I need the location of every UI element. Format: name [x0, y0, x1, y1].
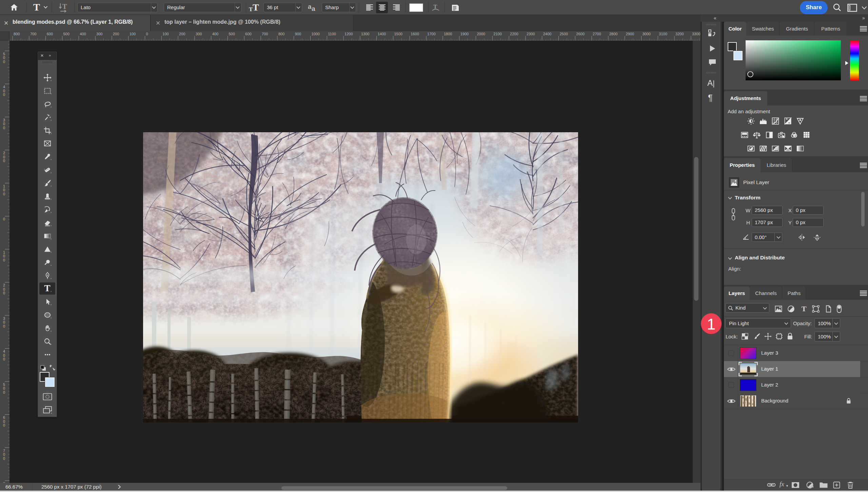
svg-text:0: 0	[3, 423, 5, 427]
svg-text:0: 0	[3, 324, 5, 328]
svg-text:500: 500	[63, 32, 70, 36]
svg-text:3100: 3100	[659, 32, 667, 36]
svg-text:0: 0	[3, 159, 5, 163]
svg-text:500: 500	[229, 32, 235, 36]
svg-text:2600: 2600	[576, 32, 584, 36]
svg-text:0: 0	[146, 32, 148, 36]
svg-text:300: 300	[196, 32, 202, 36]
svg-text:0: 0	[3, 60, 5, 64]
svg-text:0: 0	[3, 217, 5, 221]
svg-text:1200: 1200	[344, 32, 353, 36]
svg-text:0: 0	[3, 419, 5, 424]
svg-text:1500: 1500	[394, 32, 402, 36]
svg-text:2000: 2000	[477, 32, 485, 36]
svg-text:0: 0	[3, 291, 5, 295]
svg-text:4: 4	[3, 85, 5, 89]
svg-text:1300: 1300	[361, 32, 369, 36]
svg-text:0: 0	[3, 357, 5, 361]
svg-text:2700: 2700	[593, 32, 601, 36]
svg-text:3000: 3000	[643, 32, 651, 36]
svg-text:T: T	[62, 3, 67, 10]
svg-text:0: 0	[3, 56, 5, 60]
svg-text:600: 600	[47, 32, 53, 36]
svg-text:0: 0	[3, 353, 5, 357]
svg-text:2200: 2200	[510, 32, 518, 36]
svg-text:3300: 3300	[692, 32, 700, 36]
svg-text:0: 0	[3, 287, 5, 291]
svg-text:7: 7	[3, 449, 5, 453]
svg-text:0: 0	[3, 89, 5, 93]
svg-text:0: 0	[3, 254, 5, 258]
svg-text:400: 400	[212, 32, 218, 36]
svg-text:700: 700	[262, 32, 268, 36]
svg-text:2500: 2500	[560, 32, 568, 36]
svg-text:3: 3	[3, 118, 5, 122]
svg-text:1: 1	[3, 250, 5, 254]
svg-text:1800: 1800	[444, 32, 452, 36]
svg-text:6: 6	[3, 415, 5, 419]
svg-text:5: 5	[3, 52, 5, 56]
svg-text:100: 100	[130, 32, 136, 36]
svg-text:4: 4	[3, 349, 5, 353]
svg-text:2900: 2900	[626, 32, 634, 36]
svg-text:3: 3	[3, 316, 5, 320]
svg-text:0: 0	[3, 390, 5, 394]
svg-text:0: 0	[3, 452, 5, 456]
svg-text:0: 0	[3, 93, 5, 97]
svg-text:0: 0	[3, 192, 5, 196]
svg-text:3200: 3200	[675, 32, 684, 36]
svg-text:1700: 1700	[427, 32, 435, 36]
svg-text:1100: 1100	[328, 32, 336, 36]
svg-text:2100: 2100	[493, 32, 501, 36]
svg-text:1: 1	[3, 184, 5, 188]
svg-text:0: 0	[3, 122, 5, 126]
svg-text:0: 0	[3, 188, 5, 192]
svg-text:5: 5	[3, 382, 5, 387]
svg-text:1600: 1600	[411, 32, 419, 36]
svg-text:700: 700	[30, 32, 36, 36]
svg-text:300: 300	[96, 32, 102, 36]
svg-text:2800: 2800	[609, 32, 617, 36]
svg-text:200: 200	[179, 32, 185, 36]
svg-text:0: 0	[3, 320, 5, 324]
svg-text:0: 0	[3, 386, 5, 390]
svg-text:400: 400	[80, 32, 86, 36]
svg-text:2400: 2400	[543, 32, 551, 36]
svg-text:200: 200	[113, 32, 119, 36]
svg-text:100: 100	[162, 32, 169, 36]
svg-text:0: 0	[3, 155, 5, 159]
svg-text:600: 600	[245, 32, 251, 36]
svg-text:2: 2	[3, 283, 5, 287]
svg-text:2300: 2300	[527, 32, 535, 36]
svg-text:1900: 1900	[460, 32, 469, 36]
svg-text:0: 0	[3, 456, 5, 460]
svg-text:1000: 1000	[312, 32, 320, 36]
svg-text:800: 800	[278, 32, 284, 36]
svg-text:900: 900	[295, 32, 301, 36]
svg-text:0: 0	[3, 126, 5, 130]
svg-text:800: 800	[14, 32, 20, 36]
svg-text:1400: 1400	[378, 32, 386, 36]
svg-text:2: 2	[3, 151, 5, 155]
svg-text:0: 0	[3, 258, 5, 262]
